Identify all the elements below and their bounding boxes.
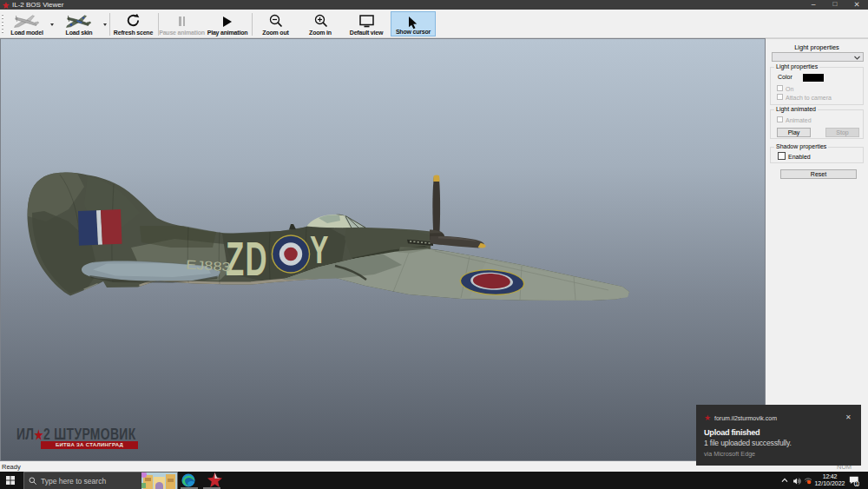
svg-text:Y: Y [310,228,329,271]
svg-text:1: 1 [855,481,858,486]
svg-text:EJ883: EJ883 [186,257,231,274]
svg-text:ZD: ZD [226,232,268,287]
